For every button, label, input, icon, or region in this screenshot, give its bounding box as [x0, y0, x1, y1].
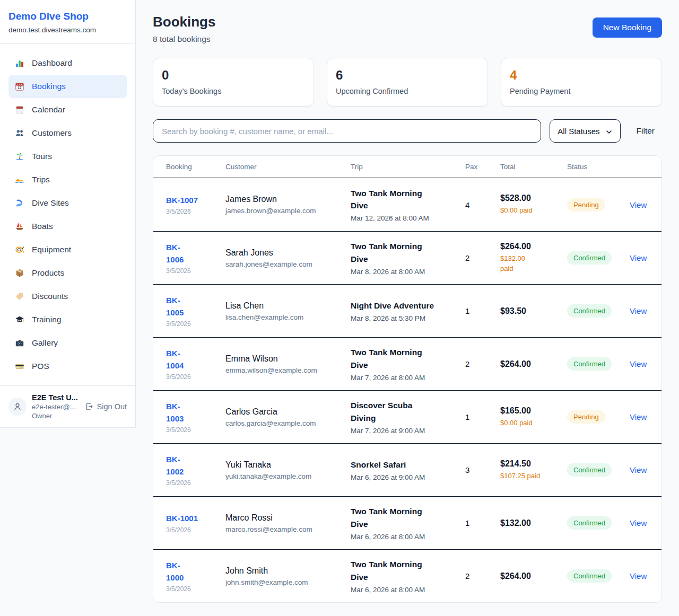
- table-body: BK-1007 3/5/2026 James Brown james.brown…: [153, 178, 661, 602]
- trip-name: Two Tank Morning Dive: [351, 505, 465, 530]
- trip-datetime: Mar 6, 2026 at 9:00 AM: [351, 473, 465, 481]
- booking-id-link[interactable]: BK- 1006: [166, 241, 225, 266]
- svg-text:17: 17: [18, 86, 22, 90]
- trip-datetime: Mar 12, 2026 at 8:00 AM: [351, 214, 465, 222]
- pax-count: 2: [465, 253, 500, 262]
- total-amount: $165.00: [500, 406, 567, 416]
- sign-out-icon: [84, 402, 94, 411]
- sidebar-item-training[interactable]: Training: [8, 308, 127, 331]
- sidebar-item-customers[interactable]: Customers: [8, 121, 127, 145]
- trip-name: Discover Scuba Diving: [351, 399, 465, 424]
- stat-card: 0 Today's Bookings: [153, 58, 314, 107]
- view-link[interactable]: View: [630, 200, 649, 209]
- sidebar-nav: Dashboard 17 Bookings Calendar Customers…: [0, 44, 135, 385]
- sidebar-item-dive-sites[interactable]: Dive Sites: [8, 191, 127, 215]
- sidebar-item-label: Tours: [32, 152, 52, 161]
- island-icon: [15, 152, 24, 161]
- trip-name: Two Tank Morning Dive: [351, 346, 465, 371]
- view-link[interactable]: View: [630, 518, 649, 527]
- booking-date: 3/5/2026: [166, 479, 225, 487]
- sidebar-item-products[interactable]: Products: [8, 261, 127, 285]
- calendar-pad-icon: [15, 105, 24, 115]
- pax-count: 3: [465, 465, 500, 474]
- table-row: BK-1007 3/5/2026 James Brown james.brown…: [153, 178, 661, 231]
- pax-count: 4: [465, 200, 500, 209]
- camera-icon: [15, 338, 24, 348]
- sidebar-item-trips[interactable]: Trips: [8, 168, 127, 191]
- sign-out-label: Sign Out: [97, 402, 127, 411]
- trip-name: Snorkel Safari: [351, 459, 465, 471]
- user-email: e2e-tester@...: [32, 403, 79, 411]
- sidebar-item-discounts[interactable]: Discounts: [8, 285, 127, 308]
- customer-name: Emma Wilson: [225, 354, 351, 364]
- filter-row: All Statuses Filter: [153, 119, 662, 143]
- booking-id-link[interactable]: BK- 1005: [166, 294, 225, 319]
- sidebar-item-label: Discounts: [32, 292, 68, 301]
- trip-name: Night Dive Adventure: [351, 300, 465, 312]
- bar-chart-icon: [15, 58, 24, 68]
- pax-count: 1: [465, 518, 500, 527]
- total-amount: $264.00: [500, 571, 567, 581]
- sidebar-item-label: Customers: [32, 128, 72, 138]
- booking-id-link[interactable]: BK- 1000: [166, 559, 225, 584]
- customer-name: Carlos Garcia: [225, 407, 351, 417]
- booking-id-link[interactable]: BK- 1004: [166, 347, 225, 372]
- table-row: BK- 1002 3/5/2026 Yuki Tanaka yuki.tanak…: [153, 443, 661, 496]
- trip-name: Two Tank Morning Dive: [351, 240, 465, 265]
- sidebar-item-pos[interactable]: POS: [8, 355, 127, 378]
- booking-date: 3/5/2026: [166, 585, 225, 593]
- sailboat-icon: [15, 222, 24, 231]
- column-header-pax: Pax: [465, 163, 500, 171]
- column-header-booking: Booking: [166, 163, 225, 171]
- customer-name: John Smith: [225, 566, 351, 576]
- sidebar-item-calendar[interactable]: Calendar: [8, 98, 127, 121]
- avatar: [8, 398, 27, 416]
- status-badge: Confirmed: [567, 357, 612, 371]
- view-link[interactable]: View: [630, 253, 649, 262]
- status-badge: Confirmed: [567, 251, 612, 265]
- booking-date: 3/5/2026: [166, 426, 225, 434]
- credit-card-icon: [15, 362, 24, 371]
- search-input[interactable]: [153, 119, 541, 143]
- booking-id-link[interactable]: BK- 1002: [166, 453, 225, 478]
- shop-domain: demo.test.divestreams.com: [8, 26, 127, 34]
- customer-name: Lisa Chen: [225, 301, 351, 311]
- booking-id-link[interactable]: BK-1001: [166, 512, 225, 524]
- sidebar-item-gallery[interactable]: Gallery: [8, 331, 127, 355]
- view-link[interactable]: View: [630, 359, 649, 368]
- view-link[interactable]: View: [630, 465, 649, 474]
- calendar-date-icon: 17: [15, 82, 24, 91]
- status-badge: Pending: [567, 410, 605, 424]
- sign-out-button[interactable]: Sign Out: [84, 402, 127, 411]
- speedboat-icon: [15, 175, 24, 184]
- customer-email: emma.wilson@example.com: [225, 366, 351, 374]
- filter-button[interactable]: Filter: [629, 126, 662, 136]
- new-booking-button[interactable]: New Booking: [593, 17, 662, 38]
- booking-id-link[interactable]: BK-1007: [166, 194, 225, 206]
- booking-id-link[interactable]: BK- 1003: [166, 400, 225, 425]
- customer-name: James Brown: [225, 195, 351, 204]
- status-filter-value: All Statuses: [558, 127, 599, 136]
- sidebar-item-equipment[interactable]: Equipment: [8, 238, 127, 261]
- sidebar-item-tours[interactable]: Tours: [8, 145, 127, 168]
- sidebar-item-dashboard[interactable]: Dashboard: [8, 51, 127, 75]
- total-amount: $214.50: [500, 459, 567, 469]
- stat-label: Today's Bookings: [162, 87, 305, 95]
- paid-amount: $0.00 paid: [500, 418, 567, 428]
- view-link[interactable]: View: [630, 412, 649, 421]
- customer-name: Sarah Jones: [225, 248, 351, 258]
- booking-date: 3/5/2026: [166, 208, 225, 215]
- wave-icon: [15, 198, 24, 208]
- status-filter-select[interactable]: All Statuses: [550, 119, 620, 143]
- sidebar-item-label: Gallery: [32, 338, 58, 348]
- view-link[interactable]: View: [630, 306, 649, 315]
- shop-name: Demo Dive Shop: [8, 11, 127, 22]
- sidebar-item-boats[interactable]: Boats: [8, 215, 127, 238]
- sidebar-item-label: Trips: [32, 175, 50, 184]
- page-header: Bookings 8 total bookings New Booking: [153, 14, 662, 44]
- table-row: BK- 1003 3/5/2026 Carlos Garcia carlos.g…: [153, 390, 661, 443]
- customer-name: Yuki Tanaka: [225, 460, 351, 470]
- sidebar-item-bookings[interactable]: 17 Bookings: [8, 75, 127, 98]
- stat-value: 4: [510, 68, 653, 83]
- view-link[interactable]: View: [630, 571, 649, 580]
